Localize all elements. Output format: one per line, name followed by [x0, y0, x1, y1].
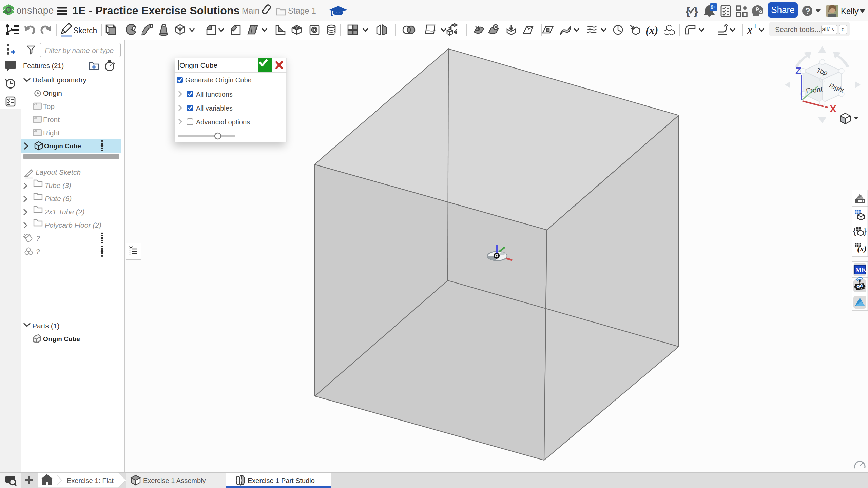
svg-text:Z: Z	[795, 65, 801, 76]
svg-text:X: X	[830, 103, 836, 114]
